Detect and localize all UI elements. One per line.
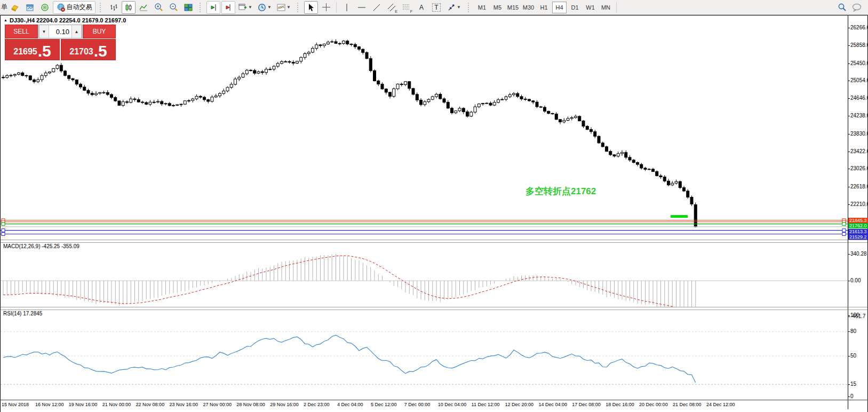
- time-axis-label: 4 Dec 04:00: [337, 402, 363, 407]
- price-axis-label: 22210.0: [850, 201, 868, 207]
- period-selector-button[interactable]: ▼: [256, 1, 274, 14]
- macd-axis-tick: [848, 254, 850, 255]
- buy-price-display[interactable]: 21703 .5: [61, 39, 116, 60]
- volume-spinner: ▼ 0.10 ▲: [38, 25, 82, 38]
- toolbar-separator: [468, 3, 472, 12]
- candlestick-chart-type-icon[interactable]: [122, 1, 136, 14]
- volume-decrease-button[interactable]: ▼: [39, 25, 49, 38]
- arrows-tool-icon[interactable]: ▼: [444, 1, 464, 14]
- line-chart-type-icon[interactable]: [137, 1, 150, 14]
- rsi-axis-tick: [848, 356, 850, 356]
- autotrading-button[interactable]: 自动交易: [53, 1, 95, 14]
- horizontal-line-tool-icon[interactable]: [355, 1, 369, 14]
- cursor-tool-icon[interactable]: [304, 1, 318, 14]
- time-axis-label: 28 Nov 08:00: [236, 402, 265, 407]
- new-order-button[interactable]: 单: [1, 3, 7, 12]
- time-axis-label: 27 Nov 00:00: [203, 402, 232, 407]
- rsi-chart[interactable]: [1, 309, 867, 400]
- sell-price-main: 21695: [13, 47, 37, 60]
- time-axis-label: 5 Dec 12:00: [371, 402, 397, 407]
- chart-annotation-text[interactable]: 多空转折点21762: [525, 185, 596, 197]
- chat-icon[interactable]: [850, 1, 864, 14]
- macd-chart[interactable]: [1, 242, 867, 307]
- collapse-arrow-icon[interactable]: ▲: [4, 18, 7, 22]
- timeframe-button-w1[interactable]: W1: [583, 2, 598, 13]
- new-chart-button[interactable]: ▼: [236, 1, 254, 14]
- timeframe-button-m15[interactable]: M15: [506, 2, 520, 13]
- timeframe-button-d1[interactable]: D1: [568, 2, 582, 13]
- label-tool-label: T: [432, 3, 440, 12]
- time-axis[interactable]: 15 Nov 201816 Nov 12:0019 Nov 16:0021 No…: [1, 400, 867, 410]
- time-axis-label: 21 Nov 00:00: [102, 402, 131, 407]
- time-axis-label: 23 Nov 16:00: [170, 402, 198, 407]
- time-axis-label: 24 Dec 12:00: [706, 402, 735, 407]
- time-axis-label: 2 Dec 23:00: [304, 402, 330, 407]
- volume-increase-button[interactable]: ▲: [71, 25, 82, 38]
- toolbar-separator: [200, 3, 203, 12]
- timeframe-button-m5[interactable]: M5: [490, 2, 505, 13]
- toolbar-separator: [616, 2, 617, 13]
- macd-axis-label: 0.00: [850, 278, 861, 283]
- main-price-pane[interactable]: ▲DJ30-,H4 22204.0 22254.0 21679.0 21697.…: [1, 15, 867, 240]
- one-click-trading-panel: SELL ▼ 0.10 ▲ BUY 21695 .5 21703: [5, 25, 116, 60]
- time-axis-label: 11 Dec 12:00: [472, 402, 500, 407]
- price-axis-label: 24238.0: [850, 113, 868, 118]
- sell-price-display[interactable]: 21695 .5: [5, 39, 60, 60]
- time-axis-label: 7 Dec 00:00: [404, 402, 431, 407]
- chart-window-icon[interactable]: [23, 1, 37, 14]
- trendline-tool-icon[interactable]: [370, 1, 384, 14]
- search-icon[interactable]: [835, 1, 849, 14]
- toolbar-separator: [100, 3, 103, 12]
- data-window-icon[interactable]: [38, 1, 52, 14]
- time-axis-label: 22 Nov 08:00: [136, 402, 165, 407]
- fibonacci-sub-label: F: [410, 10, 412, 13]
- time-axis-label: 10 Dec 04:00: [438, 402, 467, 407]
- buy-button[interactable]: BUY: [83, 25, 116, 38]
- candlestick-chart[interactable]: [1, 15, 867, 240]
- timeframe-button-h1[interactable]: H1: [537, 2, 551, 13]
- price-axis-label: 25054.0: [850, 77, 868, 83]
- zoom-out-icon[interactable]: [166, 1, 180, 14]
- timeframe-toolbar: M1M5M15M30H1H4D1W1MN: [474, 2, 614, 13]
- price-tag: 21613.3: [848, 229, 868, 234]
- price-axis-label: 26266.0: [850, 25, 868, 30]
- auto-scroll-icon[interactable]: [206, 1, 220, 14]
- rsi-axis-tick: [848, 384, 850, 385]
- indicators-button[interactable]: ▼: [275, 1, 293, 14]
- timeframe-button-h4[interactable]: H4: [552, 2, 567, 13]
- time-axis-label: 14 Dec 04:00: [538, 402, 567, 407]
- dropdown-arrow-icon: ▼: [248, 5, 252, 10]
- chart-shift-icon[interactable]: [221, 1, 235, 14]
- rsi-axis-tick: [848, 331, 850, 332]
- volume-input[interactable]: 0.10: [49, 25, 71, 38]
- time-axis-label: 16 Nov 12:00: [35, 402, 64, 407]
- time-axis-label: 29 Nov 16:00: [270, 402, 299, 407]
- timeframe-button-m1[interactable]: M1: [475, 2, 489, 13]
- sell-button[interactable]: SELL: [5, 25, 38, 38]
- vertical-line-tool-icon[interactable]: [340, 1, 354, 14]
- macd-pane[interactable]: MACD(12,26,9) -425.25 -355.09: [1, 242, 867, 307]
- dropdown-arrow-icon: ▼: [267, 5, 272, 10]
- rsi-axis-label: 80: [850, 328, 856, 334]
- price-axis-label: 23422.0: [850, 148, 868, 154]
- market-watch-icon[interactable]: [8, 1, 22, 14]
- zoom-in-icon[interactable]: [152, 1, 165, 14]
- rsi-pane[interactable]: RSI(14) 17.2845: [1, 309, 867, 400]
- fibonacci-tool-icon[interactable]: F: [400, 1, 413, 14]
- time-axis-label: 17 Dec 08:00: [572, 402, 601, 407]
- tile-windows-icon[interactable]: [181, 1, 195, 14]
- chart-window: ▲DJ30-,H4 22204.0 22254.0 21679.0 21697.…: [0, 15, 868, 412]
- rsi-axis-label: 0: [850, 393, 854, 399]
- rsi-axis-tick: [848, 397, 850, 397]
- chart-title: ▲DJ30-,H4 22204.0 22254.0 21679.0 21697.…: [4, 17, 126, 23]
- bar-chart-type-icon[interactable]: [107, 1, 121, 14]
- timeframe-button-mn[interactable]: MN: [599, 2, 613, 13]
- macd-axis-label: 340.28: [850, 251, 867, 257]
- crosshair-tool-icon[interactable]: [319, 1, 333, 14]
- text-label-tool-icon[interactable]: T: [429, 1, 443, 14]
- price-tag: 21762.0: [848, 223, 868, 228]
- text-tool-icon[interactable]: A: [415, 1, 428, 14]
- equidistant-channel-tool-icon[interactable]: E: [385, 1, 399, 14]
- timeframe-button-m30[interactable]: M30: [521, 2, 536, 13]
- price-axis-label: 23026.0: [850, 165, 868, 171]
